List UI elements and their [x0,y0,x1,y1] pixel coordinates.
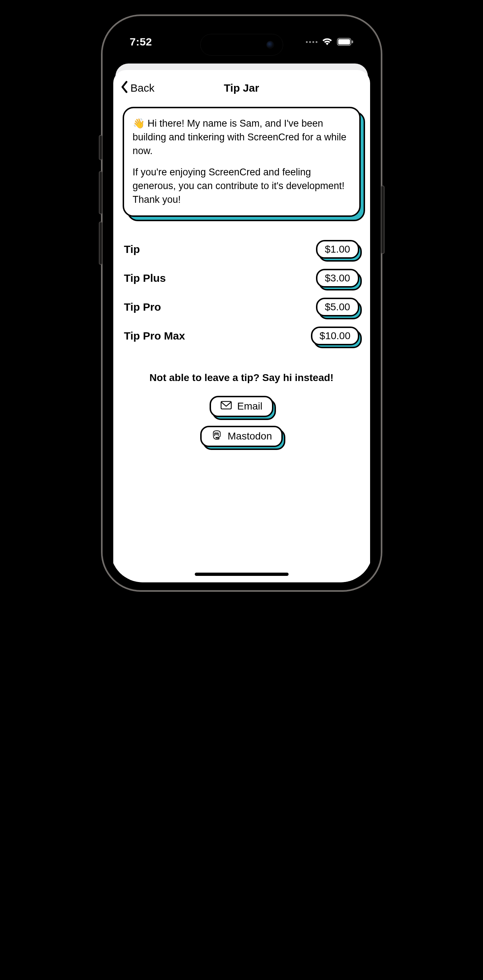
email-label: Email [237,401,262,412]
nav-bar: Back Tip Jar [121,78,363,98]
phone-frame: 7:52 [101,14,382,592]
intro-card: 👋 Hi there! My name is Sam, and I've bee… [122,107,361,217]
tip-price-label: $3.00 [316,269,359,288]
tip-row: Tip Pro $5.00 [124,293,359,321]
mastodon-icon [211,430,222,443]
tip-price-label: $1.00 [316,240,359,259]
screen: 7:52 [110,24,373,582]
status-time: 7:52 [130,36,152,48]
power-button [381,186,384,254]
tip-price-label: $10.00 [311,326,359,345]
back-button[interactable]: Back [121,81,155,95]
tip-row: Tip Pro Max $10.00 [124,321,359,350]
intro-paragraph-1: 👋 Hi there! My name is Sam, and I've bee… [133,117,351,158]
battery-icon [337,38,353,46]
tip-row: Tip Plus $3.00 [124,264,359,293]
dynamic-island [200,34,283,56]
front-camera [266,41,274,49]
tip-row: Tip $1.00 [124,235,359,264]
tip-name: Tip [124,243,140,256]
wifi-icon [322,38,332,46]
side-button [99,135,102,160]
svg-rect-3 [221,401,231,409]
envelope-icon [221,400,232,413]
tip-price-button[interactable]: $5.00 [316,298,359,317]
tip-list: Tip $1.00 Tip Plus $3.00 [124,235,359,350]
volume-down-button [99,221,102,265]
tip-name: Tip Plus [124,272,166,284]
mastodon-button[interactable]: Mastodon [200,426,283,447]
home-indicator[interactable] [195,573,289,576]
tip-price-label: $5.00 [316,298,359,317]
svg-rect-2 [352,40,353,43]
email-button[interactable]: Email [210,396,273,417]
mastodon-label: Mastodon [227,431,272,442]
intro-paragraph-2: If you're enjoying ScreenCred and feelin… [133,165,351,207]
page-title: Tip Jar [121,82,363,94]
contact-heading: Not able to leave a tip? Say hi instead! [121,372,363,383]
back-label: Back [130,82,155,94]
tip-price-button[interactable]: $3.00 [316,269,359,288]
sheet: Back Tip Jar 👋 Hi there! My name is Sam,… [113,70,370,582]
cellular-dots-icon [306,41,318,43]
tip-name: Tip Pro Max [124,330,185,342]
volume-up-button [99,171,102,214]
svg-rect-1 [338,39,350,45]
tip-price-button[interactable]: $10.00 [311,326,359,345]
chevron-left-icon [121,81,129,95]
tip-price-button[interactable]: $1.00 [316,240,359,259]
contact-section: Not able to leave a tip? Say hi instead!… [121,372,363,447]
tip-name: Tip Pro [124,301,161,313]
